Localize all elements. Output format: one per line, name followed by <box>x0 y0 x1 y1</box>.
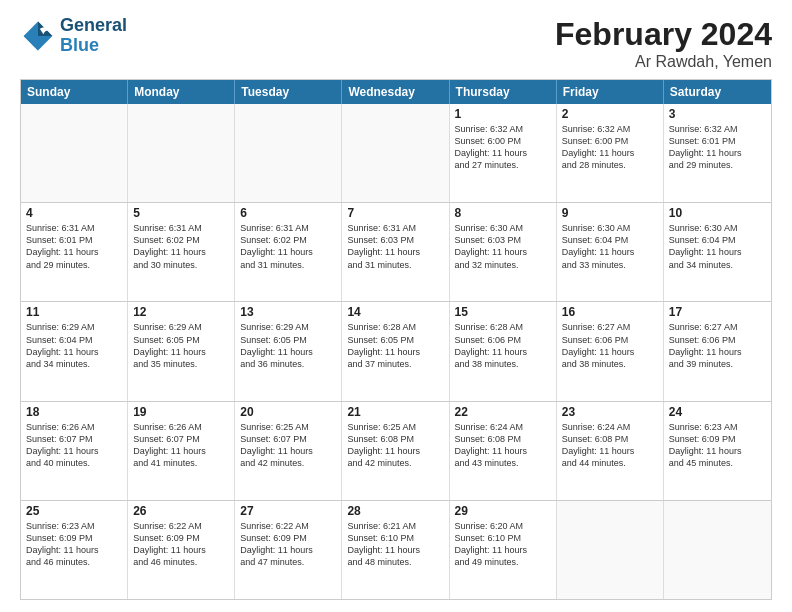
calendar-cell: 5Sunrise: 6:31 AM Sunset: 6:02 PM Daylig… <box>128 203 235 301</box>
calendar-cell: 14Sunrise: 6:28 AM Sunset: 6:05 PM Dayli… <box>342 302 449 400</box>
day-number: 3 <box>669 107 766 121</box>
day-number: 16 <box>562 305 658 319</box>
day-number: 19 <box>133 405 229 419</box>
cell-info: Sunrise: 6:32 AM Sunset: 6:00 PM Dayligh… <box>455 123 551 172</box>
calendar-header-day: Monday <box>128 80 235 104</box>
cell-info: Sunrise: 6:32 AM Sunset: 6:00 PM Dayligh… <box>562 123 658 172</box>
cell-info: Sunrise: 6:29 AM Sunset: 6:05 PM Dayligh… <box>133 321 229 370</box>
cell-info: Sunrise: 6:30 AM Sunset: 6:03 PM Dayligh… <box>455 222 551 271</box>
cell-info: Sunrise: 6:29 AM Sunset: 6:04 PM Dayligh… <box>26 321 122 370</box>
day-number: 14 <box>347 305 443 319</box>
day-number: 23 <box>562 405 658 419</box>
calendar-cell: 23Sunrise: 6:24 AM Sunset: 6:08 PM Dayli… <box>557 402 664 500</box>
calendar-cell: 18Sunrise: 6:26 AM Sunset: 6:07 PM Dayli… <box>21 402 128 500</box>
cell-info: Sunrise: 6:24 AM Sunset: 6:08 PM Dayligh… <box>455 421 551 470</box>
calendar-cell: 15Sunrise: 6:28 AM Sunset: 6:06 PM Dayli… <box>450 302 557 400</box>
day-number: 18 <box>26 405 122 419</box>
logo-icon <box>20 18 56 54</box>
logo-text: General Blue <box>60 16 127 56</box>
calendar-row: 25Sunrise: 6:23 AM Sunset: 6:09 PM Dayli… <box>21 500 771 599</box>
calendar-row: 1Sunrise: 6:32 AM Sunset: 6:00 PM Daylig… <box>21 104 771 202</box>
calendar-cell: 10Sunrise: 6:30 AM Sunset: 6:04 PM Dayli… <box>664 203 771 301</box>
calendar-cell: 28Sunrise: 6:21 AM Sunset: 6:10 PM Dayli… <box>342 501 449 599</box>
cell-info: Sunrise: 6:31 AM Sunset: 6:02 PM Dayligh… <box>240 222 336 271</box>
cell-info: Sunrise: 6:25 AM Sunset: 6:07 PM Dayligh… <box>240 421 336 470</box>
calendar-cell: 12Sunrise: 6:29 AM Sunset: 6:05 PM Dayli… <box>128 302 235 400</box>
day-number: 9 <box>562 206 658 220</box>
logo-line2: Blue <box>60 36 127 56</box>
cell-info: Sunrise: 6:22 AM Sunset: 6:09 PM Dayligh… <box>133 520 229 569</box>
day-number: 25 <box>26 504 122 518</box>
day-number: 7 <box>347 206 443 220</box>
cell-info: Sunrise: 6:22 AM Sunset: 6:09 PM Dayligh… <box>240 520 336 569</box>
calendar-cell: 8Sunrise: 6:30 AM Sunset: 6:03 PM Daylig… <box>450 203 557 301</box>
calendar-cell: 20Sunrise: 6:25 AM Sunset: 6:07 PM Dayli… <box>235 402 342 500</box>
day-number: 4 <box>26 206 122 220</box>
cell-info: Sunrise: 6:30 AM Sunset: 6:04 PM Dayligh… <box>562 222 658 271</box>
calendar-cell <box>235 104 342 202</box>
calendar-row: 4Sunrise: 6:31 AM Sunset: 6:01 PM Daylig… <box>21 202 771 301</box>
calendar-cell: 11Sunrise: 6:29 AM Sunset: 6:04 PM Dayli… <box>21 302 128 400</box>
day-number: 10 <box>669 206 766 220</box>
cell-info: Sunrise: 6:31 AM Sunset: 6:02 PM Dayligh… <box>133 222 229 271</box>
day-number: 13 <box>240 305 336 319</box>
day-number: 28 <box>347 504 443 518</box>
day-number: 15 <box>455 305 551 319</box>
calendar-row: 18Sunrise: 6:26 AM Sunset: 6:07 PM Dayli… <box>21 401 771 500</box>
day-number: 20 <box>240 405 336 419</box>
calendar-cell: 13Sunrise: 6:29 AM Sunset: 6:05 PM Dayli… <box>235 302 342 400</box>
day-number: 24 <box>669 405 766 419</box>
calendar-cell: 3Sunrise: 6:32 AM Sunset: 6:01 PM Daylig… <box>664 104 771 202</box>
svg-marker-2 <box>24 36 38 50</box>
calendar-cell: 2Sunrise: 6:32 AM Sunset: 6:00 PM Daylig… <box>557 104 664 202</box>
page: General Blue February 2024 Ar Rawdah, Ye… <box>0 0 792 612</box>
calendar-cell <box>664 501 771 599</box>
calendar-row: 11Sunrise: 6:29 AM Sunset: 6:04 PM Dayli… <box>21 301 771 400</box>
cell-info: Sunrise: 6:28 AM Sunset: 6:05 PM Dayligh… <box>347 321 443 370</box>
cell-info: Sunrise: 6:31 AM Sunset: 6:01 PM Dayligh… <box>26 222 122 271</box>
cell-info: Sunrise: 6:31 AM Sunset: 6:03 PM Dayligh… <box>347 222 443 271</box>
day-number: 12 <box>133 305 229 319</box>
calendar-cell <box>342 104 449 202</box>
title-block: February 2024 Ar Rawdah, Yemen <box>555 16 772 71</box>
day-number: 2 <box>562 107 658 121</box>
cell-info: Sunrise: 6:25 AM Sunset: 6:08 PM Dayligh… <box>347 421 443 470</box>
calendar-header-day: Tuesday <box>235 80 342 104</box>
day-number: 17 <box>669 305 766 319</box>
subtitle: Ar Rawdah, Yemen <box>555 53 772 71</box>
cell-info: Sunrise: 6:26 AM Sunset: 6:07 PM Dayligh… <box>133 421 229 470</box>
calendar-cell: 9Sunrise: 6:30 AM Sunset: 6:04 PM Daylig… <box>557 203 664 301</box>
calendar-cell: 1Sunrise: 6:32 AM Sunset: 6:00 PM Daylig… <box>450 104 557 202</box>
logo: General Blue <box>20 16 127 56</box>
calendar-cell: 19Sunrise: 6:26 AM Sunset: 6:07 PM Dayli… <box>128 402 235 500</box>
calendar-cell <box>128 104 235 202</box>
cell-info: Sunrise: 6:30 AM Sunset: 6:04 PM Dayligh… <box>669 222 766 271</box>
calendar: SundayMondayTuesdayWednesdayThursdayFrid… <box>20 79 772 600</box>
calendar-header-day: Thursday <box>450 80 557 104</box>
calendar-cell: 16Sunrise: 6:27 AM Sunset: 6:06 PM Dayli… <box>557 302 664 400</box>
logo-line1: General <box>60 16 127 36</box>
cell-info: Sunrise: 6:29 AM Sunset: 6:05 PM Dayligh… <box>240 321 336 370</box>
calendar-cell: 29Sunrise: 6:20 AM Sunset: 6:10 PM Dayli… <box>450 501 557 599</box>
calendar-cell: 22Sunrise: 6:24 AM Sunset: 6:08 PM Dayli… <box>450 402 557 500</box>
cell-info: Sunrise: 6:27 AM Sunset: 6:06 PM Dayligh… <box>562 321 658 370</box>
day-number: 29 <box>455 504 551 518</box>
calendar-cell: 27Sunrise: 6:22 AM Sunset: 6:09 PM Dayli… <box>235 501 342 599</box>
day-number: 8 <box>455 206 551 220</box>
main-title: February 2024 <box>555 16 772 53</box>
calendar-header-day: Sunday <box>21 80 128 104</box>
header: General Blue February 2024 Ar Rawdah, Ye… <box>20 16 772 71</box>
day-number: 21 <box>347 405 443 419</box>
calendar-cell: 4Sunrise: 6:31 AM Sunset: 6:01 PM Daylig… <box>21 203 128 301</box>
day-number: 11 <box>26 305 122 319</box>
calendar-header: SundayMondayTuesdayWednesdayThursdayFrid… <box>21 80 771 104</box>
cell-info: Sunrise: 6:21 AM Sunset: 6:10 PM Dayligh… <box>347 520 443 569</box>
cell-info: Sunrise: 6:27 AM Sunset: 6:06 PM Dayligh… <box>669 321 766 370</box>
cell-info: Sunrise: 6:23 AM Sunset: 6:09 PM Dayligh… <box>26 520 122 569</box>
day-number: 6 <box>240 206 336 220</box>
cell-info: Sunrise: 6:28 AM Sunset: 6:06 PM Dayligh… <box>455 321 551 370</box>
calendar-cell: 26Sunrise: 6:22 AM Sunset: 6:09 PM Dayli… <box>128 501 235 599</box>
calendar-cell <box>21 104 128 202</box>
cell-info: Sunrise: 6:26 AM Sunset: 6:07 PM Dayligh… <box>26 421 122 470</box>
calendar-header-day: Saturday <box>664 80 771 104</box>
